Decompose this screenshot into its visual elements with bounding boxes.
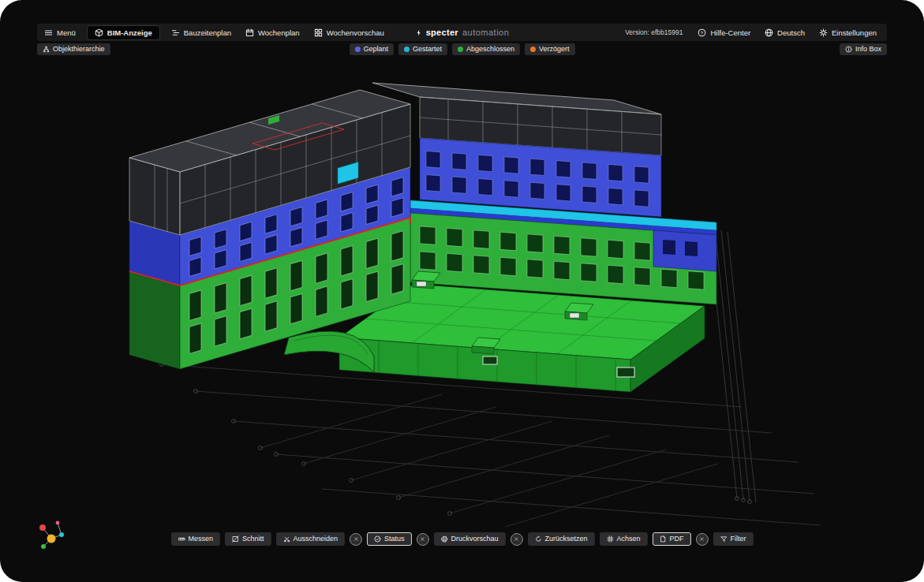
tool-label: Messen: [188, 535, 213, 543]
filter-icon: [720, 535, 728, 543]
tool-label: Filter: [731, 535, 746, 543]
language-label: Deutsch: [777, 28, 805, 37]
info-box-button[interactable]: Info Box: [840, 43, 887, 55]
left-wing-west-wall-abgeschlossen[interactable]: [129, 271, 180, 369]
screenshot-stage: Menü BIM-Anzeige Bauzeitenplan Wochenpla…: [0, 0, 924, 582]
brand-name: specter: [426, 28, 458, 37]
cut-icon: [282, 535, 290, 543]
close-icon: [353, 536, 358, 542]
tab-label: Wochenplan: [258, 28, 300, 37]
legend-label: Abgeschlossen: [466, 45, 514, 54]
legend-item-gestartet: Gestartet: [398, 43, 447, 55]
geplant-dot: [354, 47, 360, 52]
status-dismiss-button[interactable]: [417, 533, 429, 546]
messen-button[interactable]: Messen: [170, 532, 220, 546]
top-bar-right: Version: efbb15991 Hilfe-Center Deutsch …: [625, 28, 887, 37]
help-center-label: Hilfe-Center: [710, 28, 750, 37]
legend-label: Gestartet: [413, 45, 442, 54]
menu-icon: [44, 28, 53, 37]
status-button[interactable]: Status: [367, 532, 412, 546]
help-center-button[interactable]: Hilfe-Center: [690, 28, 758, 37]
pdf-dismiss-button[interactable]: [696, 533, 709, 546]
printer-icon: [441, 535, 448, 543]
reset-icon: [535, 535, 542, 543]
ruler-icon: [178, 535, 185, 543]
language-button[interactable]: Deutsch: [758, 28, 812, 37]
logo-dot-green: [41, 544, 46, 549]
tool-label: PDF: [670, 535, 684, 543]
question-icon: [698, 28, 706, 37]
settings-button[interactable]: Einstellungen: [812, 28, 884, 37]
druckvorschau-button[interactable]: Druckvorschau: [434, 532, 506, 546]
gestartet-dot: [404, 47, 410, 52]
building-back-block[interactable]: [372, 83, 661, 217]
abgeschlossen-dot: [458, 47, 463, 52]
app-window: Menü BIM-Anzeige Bauzeitenplan Wochenpla…: [0, 0, 924, 582]
menu-label: Menü: [57, 28, 76, 37]
zuruecksetzen-button[interactable]: Zurücksetzen: [528, 532, 595, 546]
filter-button[interactable]: Filter: [713, 532, 754, 546]
logo-dot-red: [39, 524, 46, 531]
brand-logo: specter automation: [415, 24, 510, 41]
section-icon: [232, 535, 239, 543]
axes-grid-icon: [607, 535, 614, 543]
verzoegert-dot: [530, 47, 536, 52]
pdf-icon: [660, 535, 667, 543]
logo-dot-cyan: [59, 532, 64, 537]
pdf-button[interactable]: PDF: [653, 532, 691, 546]
info-box-label: Info Box: [855, 45, 881, 54]
ausschneiden-button[interactable]: Ausschneiden: [275, 532, 345, 546]
tool-label: Zurücksetzen: [545, 535, 588, 543]
hierarchy-icon: [43, 46, 50, 53]
brand-suffix: automation: [462, 28, 509, 37]
tool-label: Schnitt: [242, 535, 264, 543]
ausschneiden-dismiss-button[interactable]: [350, 533, 362, 546]
close-icon: [420, 536, 425, 542]
druckvorschau-dismiss-button[interactable]: [511, 533, 523, 546]
logo-dot-pink: [56, 521, 60, 525]
settings-label: Einstellungen: [832, 28, 877, 37]
bim-viewport[interactable]: [0, 0, 924, 582]
legend-item-abgeschlossen: Abgeschlossen: [452, 43, 520, 55]
logo-dot-yellow: [47, 535, 56, 543]
legend-label: Geplant: [363, 45, 388, 54]
close-icon: [514, 536, 519, 542]
globe-icon: [765, 28, 773, 37]
object-hierarchy-label: Objekthierarchie: [53, 45, 105, 54]
calendar-icon: [245, 28, 254, 37]
east-band-window: [685, 241, 698, 256]
tab-wochenplan[interactable]: Wochenplan: [238, 28, 307, 37]
info-icon: [845, 46, 852, 53]
tool-label: Achsen: [617, 535, 641, 543]
tool-label: Ausschneiden: [293, 535, 338, 543]
status-check-icon: [374, 535, 381, 543]
tab-label: Wochenvorschau: [327, 28, 384, 37]
podium-door-frame: [483, 356, 497, 364]
gantt-icon: [171, 28, 180, 37]
tab-bim-anzeige[interactable]: BIM-Anzeige: [87, 25, 160, 40]
specter-bolt-icon: [415, 29, 422, 36]
tool-label: Status: [384, 535, 405, 543]
close-icon: [699, 536, 705, 542]
legend-label: Verzögert: [539, 45, 570, 54]
legend-item-verzoegert: Verzögert: [525, 43, 575, 55]
podium-door-frame: [617, 367, 634, 377]
version-label: Version: efbb15991: [625, 28, 683, 36]
schnitt-button[interactable]: Schnitt: [225, 532, 271, 546]
tab-label: Bauzeitenplan: [184, 28, 231, 37]
tool-label: Druckvorschau: [451, 535, 499, 543]
legend-item-geplant: Geplant: [349, 43, 394, 55]
status-legend: Geplant Gestartet Abgeschlossen Verzöger…: [349, 43, 574, 55]
tab-bauzeitenplan[interactable]: Bauzeitenplan: [164, 28, 238, 37]
gear-icon: [819, 28, 828, 37]
east-band-window: [663, 240, 675, 255]
menu-button[interactable]: Menü: [37, 28, 83, 37]
object-hierarchy-button[interactable]: Objekthierarchie: [37, 43, 110, 55]
tab-wochenvorschau[interactable]: Wochenvorschau: [307, 28, 391, 37]
tab-label: BIM-Anzeige: [107, 28, 152, 37]
bim-cube-icon: [95, 28, 103, 37]
bottom-toolbar: Messen Schnitt Ausschneiden Status: [170, 532, 753, 546]
achsen-button[interactable]: Achsen: [600, 532, 648, 546]
grid-icon: [314, 28, 323, 37]
top-bar: Menü BIM-Anzeige Bauzeitenplan Wochenpla…: [37, 24, 887, 41]
